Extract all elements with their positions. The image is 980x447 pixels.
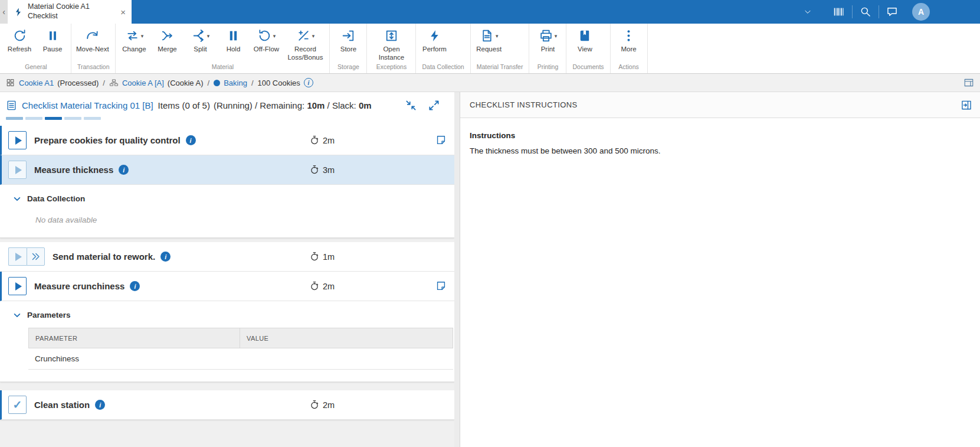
checklist-card-top: Checklist Material Tracking 01 [B] Items… bbox=[0, 92, 454, 238]
off-flow-icon bbox=[257, 28, 272, 43]
toolbar-group-documents: View Documents bbox=[566, 24, 610, 73]
record-loss-bonus-button[interactable]: ▾ Record Loss/Bonus bbox=[283, 27, 327, 62]
app-tab-icon bbox=[14, 7, 24, 17]
checklist-card-middle: Send material to rework. 1m Measure crun… bbox=[0, 242, 454, 382]
refresh-icon bbox=[12, 28, 27, 43]
toolbar-group-exceptions: Open Instance Exceptions bbox=[367, 24, 416, 73]
collapse-panel-icon[interactable] bbox=[961, 99, 972, 111]
hold-button[interactable]: Hold bbox=[217, 27, 250, 54]
info-icon[interactable] bbox=[95, 400, 105, 410]
note-icon[interactable] bbox=[435, 135, 447, 146]
info-icon[interactable] bbox=[119, 165, 129, 175]
change-button[interactable]: ▾ Change bbox=[117, 27, 150, 54]
breadcrumb-quantity: 100 Cookies bbox=[258, 79, 300, 87]
perform-icon bbox=[427, 28, 442, 43]
checklist-item-measure-crunchiness[interactable]: Measure crunchiness 2m bbox=[0, 272, 454, 301]
panel-splitter[interactable] bbox=[454, 92, 460, 447]
completed-checkbox[interactable] bbox=[8, 396, 27, 414]
breadcrumb-lot-link[interactable]: Cookie A1 bbox=[19, 79, 54, 87]
breadcrumb-material-link[interactable]: Cookie A [A] bbox=[122, 79, 164, 87]
print-button[interactable]: ▾ Print bbox=[531, 27, 564, 54]
open-instance-button[interactable]: Open Instance bbox=[369, 27, 414, 62]
data-collection-section-header[interactable]: Data Collection bbox=[13, 194, 454, 203]
breadcrumb-separator: / bbox=[103, 79, 105, 87]
avatar[interactable]: A bbox=[912, 3, 930, 21]
checklist-panel: Checklist Material Tracking 01 [B] Items… bbox=[0, 92, 454, 447]
instructions-text: The thickness must be between 300 and 50… bbox=[470, 145, 971, 157]
tab-close-icon[interactable]: × bbox=[120, 8, 126, 17]
column-header-parameter: PARAMETER bbox=[29, 328, 240, 348]
group-label-documents: Documents bbox=[566, 63, 609, 73]
breadcrumb-step-link[interactable]: Baking bbox=[224, 79, 247, 87]
checklist-card-bottom: Clean station 2m bbox=[0, 390, 454, 420]
skip-item-button[interactable] bbox=[27, 247, 45, 266]
info-icon[interactable] bbox=[304, 78, 313, 87]
merge-button[interactable]: Merge bbox=[150, 27, 183, 54]
group-label-exceptions: Exceptions bbox=[367, 63, 415, 73]
checklist-item-prepare-cookies[interactable]: Prepare cookies for quality control 2m bbox=[0, 126, 454, 155]
off-flow-button[interactable]: ▾ Off-Flow bbox=[250, 27, 283, 54]
breadcrumb: Cookie A1 (Processed) / Cookie A [A] (Co… bbox=[0, 74, 980, 92]
collapse-all-icon[interactable] bbox=[405, 99, 417, 112]
dropdown-caret-icon: ▾ bbox=[141, 33, 144, 39]
ribbon-toolbar: Refresh Pause General Move-Next Transact… bbox=[0, 24, 980, 74]
perform-button[interactable]: Perform bbox=[418, 27, 451, 54]
group-label-general: General bbox=[1, 63, 71, 73]
toolbar-group-material: ▾ Change Merge ▾ Split Hold ▾ Off-Flow ▾ bbox=[116, 24, 330, 73]
info-icon[interactable] bbox=[130, 281, 140, 291]
stopwatch-icon bbox=[310, 252, 319, 262]
parameters-section-header[interactable]: Parameters bbox=[13, 311, 454, 319]
info-icon[interactable] bbox=[186, 135, 196, 145]
dropdown-caret-icon: ▾ bbox=[207, 33, 210, 39]
checklist-item-measure-thickness[interactable]: Measure thickness 3m bbox=[0, 155, 454, 185]
note-icon[interactable] bbox=[435, 280, 447, 292]
view-button[interactable]: View bbox=[568, 27, 601, 54]
panel-toggle-icon[interactable] bbox=[963, 77, 974, 88]
start-item-button[interactable] bbox=[8, 131, 27, 149]
item-duration: 2m bbox=[310, 400, 335, 410]
stopwatch-icon bbox=[310, 135, 319, 145]
tab-title: Material Cookie A1 Checklist bbox=[28, 2, 116, 21]
play-icon bbox=[15, 166, 22, 174]
toolbar-group-actions: More Actions bbox=[611, 24, 648, 73]
open-instance-icon bbox=[384, 28, 399, 43]
item-title: Measure crunchiness bbox=[34, 281, 124, 291]
item-duration: 2m bbox=[310, 135, 335, 145]
start-item-button[interactable] bbox=[8, 161, 27, 179]
start-item-button[interactable] bbox=[8, 277, 27, 295]
start-item-button[interactable] bbox=[8, 247, 27, 266]
item-duration: 1m bbox=[310, 252, 335, 262]
instructions-title: Instructions bbox=[470, 130, 971, 142]
parameter-cell: Crunchiness bbox=[28, 354, 240, 363]
table-row[interactable]: Crunchiness bbox=[28, 348, 453, 370]
request-button[interactable]: ▾ Request bbox=[473, 27, 506, 54]
chevron-down-icon[interactable] bbox=[799, 8, 817, 16]
checklist-title-link[interactable]: Checklist Material Tracking 01 [B] bbox=[22, 100, 153, 110]
toolbar-group-data-collection: Perform Data Collection bbox=[416, 24, 470, 73]
app-tab[interactable]: Material Cookie A1 Checklist × bbox=[8, 0, 132, 24]
feedback-bubble-icon[interactable] bbox=[879, 6, 905, 18]
store-button[interactable]: Store bbox=[332, 27, 365, 54]
search-icon[interactable] bbox=[853, 6, 879, 18]
progress-segment bbox=[84, 117, 101, 120]
group-label-printing: Printing bbox=[529, 63, 566, 73]
checklist-items-count: Items (0 of 5) bbox=[158, 100, 210, 110]
expand-all-icon[interactable] bbox=[428, 99, 440, 112]
pause-icon bbox=[45, 28, 60, 43]
more-button[interactable]: More bbox=[612, 27, 645, 54]
stopwatch-icon bbox=[310, 400, 319, 410]
move-next-icon bbox=[85, 28, 100, 43]
split-button[interactable]: ▾ Split bbox=[183, 27, 217, 54]
play-icon bbox=[15, 136, 22, 145]
checklist-item-clean-station[interactable]: Clean station 2m bbox=[0, 390, 454, 420]
barcode-scan-icon[interactable] bbox=[826, 5, 852, 18]
pause-button[interactable]: Pause bbox=[36, 27, 69, 54]
refresh-button[interactable]: Refresh bbox=[3, 27, 36, 54]
toolbar-group-printing: ▾ Print Printing bbox=[529, 24, 566, 73]
tab-scroll-left-icon[interactable]: ‹ bbox=[0, 0, 8, 24]
info-icon[interactable] bbox=[160, 252, 171, 262]
print-icon bbox=[539, 28, 553, 43]
checklist-item-send-rework[interactable]: Send material to rework. 1m bbox=[0, 242, 454, 272]
view-documents-icon bbox=[578, 28, 592, 43]
move-next-button[interactable]: Move-Next bbox=[73, 27, 112, 54]
